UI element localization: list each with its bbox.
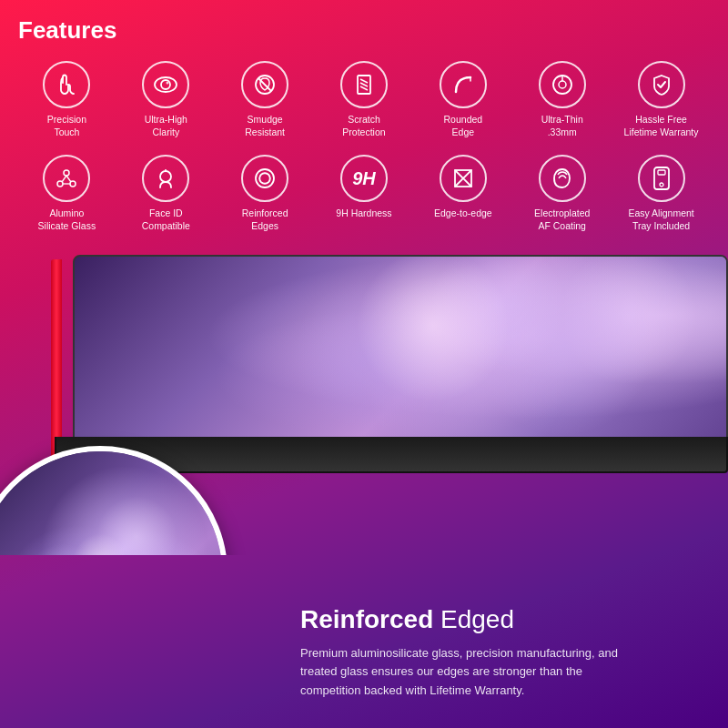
svg-point-1 bbox=[161, 80, 170, 89]
svg-rect-26 bbox=[658, 170, 665, 175]
feature-alumino-silicate: AluminoSilicate Glass bbox=[18, 151, 116, 236]
feature-reinforced-edges: ReinforcedEdges bbox=[217, 151, 314, 236]
svg-line-16 bbox=[66, 176, 71, 182]
face-id-label: Face IDCompatible bbox=[142, 207, 190, 232]
feature-warranty: Hassle FreeLifetime Warranty bbox=[612, 57, 710, 142]
feature-precision-touch: PrecisionTouch bbox=[18, 57, 116, 142]
9h-hardness-label: 9H Hardness bbox=[336, 207, 391, 220]
svg-point-27 bbox=[660, 183, 663, 187]
ultra-high-clarity-icon bbox=[142, 61, 189, 108]
feature-scratch-protection: ScratchProtection bbox=[316, 57, 413, 142]
svg-point-20 bbox=[256, 169, 274, 187]
rounded-edge-icon bbox=[440, 61, 487, 108]
warranty-icon bbox=[638, 61, 685, 108]
svg-line-8 bbox=[360, 86, 368, 90]
features-row-2: AluminoSilicate Glass Face IDCompatible bbox=[18, 151, 710, 236]
reinforced-regular: Edged bbox=[433, 605, 514, 633]
scratch-protection-label: ScratchProtection bbox=[342, 114, 385, 138]
feature-edge-to-edge: Edge-to-edge bbox=[414, 151, 511, 236]
ultra-high-clarity-label: Ultra-HighClarity bbox=[145, 114, 187, 138]
feature-ultra-thin: Ultra-Thin.33mm bbox=[513, 57, 611, 142]
feature-electroplated: ElectroplatedAF Coating bbox=[513, 151, 611, 236]
svg-line-7 bbox=[360, 83, 368, 86]
alignment-tray-label: Easy AlignmentTray Included bbox=[628, 207, 693, 232]
ultra-thin-label: Ultra-Thin.33mm bbox=[541, 114, 583, 138]
phone-section bbox=[0, 255, 728, 555]
precision-touch-label: PrecisionTouch bbox=[47, 114, 86, 138]
svg-line-15 bbox=[62, 176, 66, 182]
edge-to-edge-label: Edge-to-edge bbox=[434, 207, 492, 220]
features-section: Features PrecisionTouch bbox=[0, 0, 728, 255]
electroplated-label: ElectroplatedAF Coating bbox=[534, 207, 590, 232]
smudge-resistant-label: SmudgeResistant bbox=[245, 114, 285, 138]
feature-face-id: Face IDCompatible bbox=[117, 151, 215, 236]
alumino-silicate-icon bbox=[43, 155, 90, 202]
phone-display bbox=[73, 255, 728, 455]
reinforced-description: Premium aluminosilicate glass, precision… bbox=[300, 644, 646, 701]
electroplated-icon bbox=[539, 155, 586, 202]
zoom-circle bbox=[0, 446, 228, 555]
svg-point-2 bbox=[167, 82, 169, 85]
reinforced-bold: Reinforced bbox=[300, 605, 433, 633]
svg-point-12 bbox=[64, 170, 69, 176]
feature-9h-hardness: 9H 9H Hardness bbox=[316, 151, 413, 236]
reinforced-edges-label: ReinforcedEdges bbox=[242, 207, 288, 232]
svg-line-6 bbox=[360, 79, 368, 83]
scratch-protection-icon bbox=[340, 61, 388, 108]
zoom-flowers bbox=[0, 451, 222, 555]
zoom-circle-inner bbox=[0, 451, 222, 555]
warranty-label: Hassle FreeLifetime Warranty bbox=[624, 114, 699, 138]
edge-to-edge-icon bbox=[440, 155, 487, 202]
bottom-section: Reinforced Edged Premium aluminosilicate… bbox=[282, 586, 728, 728]
feature-smudge-resistant: SmudgeResistant bbox=[217, 57, 314, 142]
feature-alignment-tray: Easy AlignmentTray Included bbox=[612, 151, 710, 236]
page-wrapper: Features PrecisionTouch bbox=[0, 0, 728, 728]
phone-side-red bbox=[51, 259, 62, 464]
reinforced-title: Reinforced Edged bbox=[300, 604, 701, 635]
alignment-tray-icon bbox=[638, 155, 685, 202]
svg-point-18 bbox=[160, 171, 171, 182]
ultra-thin-icon bbox=[539, 61, 586, 108]
feature-rounded-edge: RoundedEdge bbox=[414, 57, 511, 142]
svg-point-10 bbox=[559, 81, 566, 88]
feature-ultra-high-clarity: Ultra-HighClarity bbox=[117, 57, 215, 142]
smudge-resistant-icon bbox=[241, 61, 288, 108]
precision-touch-icon bbox=[43, 61, 90, 108]
phone-flowers bbox=[75, 257, 726, 453]
features-row-1: PrecisionTouch Ultra-HighClarity bbox=[18, 57, 710, 142]
alumino-silicate-label: AluminoSilicate Glass bbox=[38, 207, 96, 232]
reinforced-edges-icon bbox=[241, 155, 288, 202]
9h-hardness-icon: 9H bbox=[340, 155, 388, 202]
features-title: Features bbox=[18, 16, 710, 45]
rounded-edge-label: RoundedEdge bbox=[444, 114, 483, 138]
face-id-icon bbox=[142, 155, 189, 202]
